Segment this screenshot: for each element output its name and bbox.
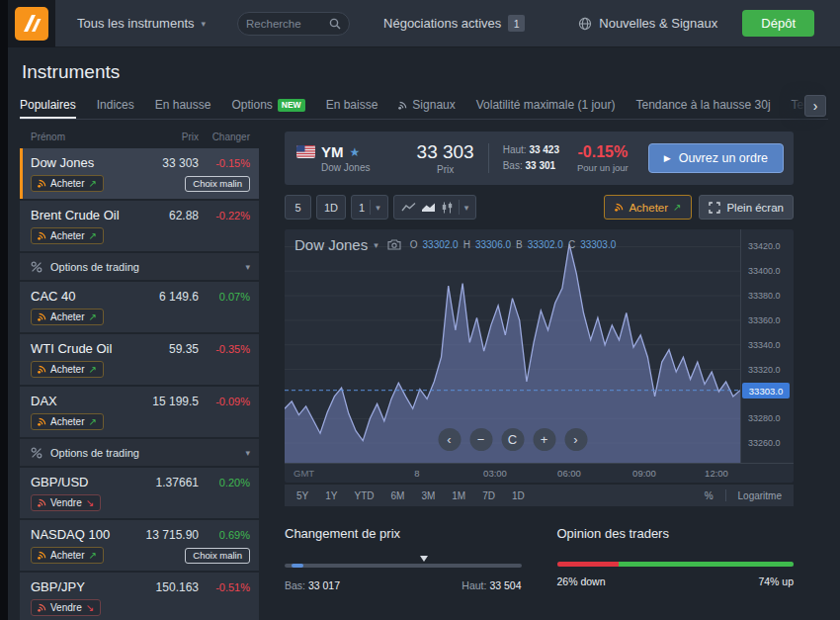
news-signals-menu[interactable]: Nouvelles & Signaux: [578, 16, 717, 31]
signal-icon: [38, 365, 46, 374]
time-axis[interactable]: GMT803:0006:0009:0012:00: [285, 463, 794, 483]
range-1d[interactable]: 1D: [512, 490, 525, 501]
sentiment-down-bar: [557, 562, 619, 567]
tab-signaux[interactable]: Signaux: [398, 93, 455, 119]
fullscreen-button[interactable]: Plein écran: [699, 195, 794, 220]
range-1m[interactable]: 1M: [452, 490, 465, 501]
favorite-star-icon[interactable]: ★: [350, 145, 361, 159]
ohlc-values: O33302.0H33306.0B33302.0C33303.0: [410, 239, 617, 250]
daily-change-label: Pour un jour: [577, 162, 629, 173]
range-1y[interactable]: 1Y: [325, 490, 337, 501]
tab-volatilit-maximale-1-jour[interactable]: Volatilité maximale (1 jour): [476, 93, 616, 119]
tab-tendance-la-hausse-30j[interactable]: Tendance à la hausse 30j: [635, 93, 770, 119]
play-icon: ▶: [664, 153, 671, 163]
price-axis-label: 33420.0: [748, 241, 781, 251]
timeframe-button[interactable]: 1D: [316, 195, 346, 220]
zoom-out-button[interactable]: −: [469, 428, 492, 451]
area-chart-icon[interactable]: [421, 202, 436, 213]
watchlist-row-gbp-usd[interactable]: GBP/USD1.376610.20%Vendre↘: [20, 468, 259, 518]
instrument-change: -0.09%: [199, 396, 250, 407]
chart-plot[interactable]: ‹−C+›: [285, 229, 740, 463]
low-value: 33 301: [526, 160, 556, 171]
tabs-overflow-button[interactable]: ›: [804, 95, 826, 117]
watchlist-row-dow-jones[interactable]: Dow Jones33 303-0.15%Acheter↗Choix malin: [20, 148, 259, 199]
trading-options-row[interactable]: Options de trading▾: [20, 253, 259, 280]
instrument-name: CAC 40: [31, 289, 133, 304]
chevron-down-icon: ▾: [245, 448, 250, 458]
watchlist-row-wti-crude-oil[interactable]: WTI Crude Oil59.35-0.35%Acheter↗: [20, 334, 259, 385]
watchlist-row-brent-crude-oil[interactable]: Brent Crude Oil62.88-0.22%Acheter↗: [20, 201, 259, 251]
logo-icon: [15, 7, 48, 41]
buy-button[interactable]: Acheter↗: [31, 413, 104, 430]
app-logo[interactable]: [8, 0, 55, 47]
sell-button[interactable]: Vendre↘: [31, 599, 101, 616]
buy-button[interactable]: Acheter↗: [31, 175, 104, 192]
tab-en-hausse[interactable]: En hausse: [155, 93, 211, 119]
watchlist-row-dax[interactable]: DAX15 199.5-0.09%Acheter↗: [20, 387, 259, 437]
scale-percent-button[interactable]: %: [705, 490, 714, 501]
trading-app: Tous les instruments ▾ Négociations acti…: [0, 0, 840, 620]
watchlist-rows: Dow Jones33 303-0.15%Acheter↗Choix malin…: [20, 148, 259, 620]
arrow-up-right-icon: ↗: [88, 230, 96, 241]
zoom-in-button[interactable]: +: [533, 428, 555, 451]
tab-indices[interactable]: Indices: [97, 93, 134, 119]
tab-en-baisse[interactable]: En baisse: [326, 93, 378, 119]
smart-pick-badge: Choix malin: [185, 548, 250, 564]
range-7d[interactable]: 7D: [482, 490, 495, 501]
watchlist-row-cac-40[interactable]: CAC 406 149.60.07%Acheter↗: [20, 282, 259, 332]
trading-options-row[interactable]: Options de trading▾: [20, 439, 259, 466]
range-5y[interactable]: 5Y: [296, 490, 308, 501]
instruments-menu-label: Tous les instruments: [77, 16, 195, 31]
reset-view-button[interactable]: C: [501, 428, 524, 451]
open-order-button[interactable]: ▶ Ouvrez un ordre: [648, 143, 784, 173]
watchlist-row-gbp-jpy[interactable]: GBP/JPY150.163-0.51%Vendre↘: [20, 573, 259, 620]
buy-button[interactable]: Acheter↗: [31, 547, 104, 564]
price-axis[interactable]: 33303.0 33420.033400.033380.033360.03334…: [740, 229, 794, 463]
range-6m[interactable]: 6M: [390, 490, 404, 501]
price-chart[interactable]: Dow Jones▾ O33302.0H33306.0B33302.0C3330…: [285, 229, 794, 483]
chart-instrument-menu[interactable]: Dow Jones▾: [294, 236, 378, 253]
candle-interval-select[interactable]: 1▾: [351, 195, 388, 220]
search-box[interactable]: [237, 12, 350, 36]
camera-snapshot-icon[interactable]: [387, 239, 401, 250]
range-low-label: Bas:: [285, 579, 305, 591]
topbar: Tous les instruments ▾ Négociations acti…: [0, 0, 840, 47]
active-trades-menu[interactable]: Négociations actives 1: [383, 15, 525, 32]
signal-icon: [38, 312, 46, 321]
candlestick-chart-icon[interactable]: [441, 202, 454, 214]
chevron-down-icon: ▾: [374, 240, 378, 250]
watchlist-row-nasdaq-100[interactable]: NASDAQ 10013 715.900.69%Acheter↗Choix ma…: [20, 520, 259, 571]
instrument-price: 150.163: [133, 580, 199, 594]
expand-icon: [709, 202, 720, 214]
quick-buy-button[interactable]: Acheter ↗: [604, 195, 692, 220]
instruments-menu[interactable]: Tous les instruments ▾: [77, 16, 206, 31]
range-ytd[interactable]: YTD: [354, 490, 374, 501]
buy-button[interactable]: Acheter↗: [31, 227, 104, 244]
periods-count-button[interactable]: 5: [285, 195, 311, 220]
options-icon: [31, 447, 42, 459]
high-label: Haut:: [503, 144, 527, 155]
buy-button[interactable]: Acheter↗: [31, 361, 104, 378]
page-title: Instruments: [22, 61, 828, 83]
instrument-change: 0.20%: [199, 477, 250, 488]
scale-log-button[interactable]: Logaritme: [738, 490, 782, 501]
instrument-change: -0.51%: [199, 581, 250, 593]
pan-left-button[interactable]: ‹: [438, 428, 461, 451]
range-3m[interactable]: 3M: [421, 490, 435, 501]
deposit-button[interactable]: Dépôt: [742, 10, 814, 37]
price-marker[interactable]: [420, 556, 428, 562]
chart-type-select[interactable]: ▾: [393, 195, 477, 220]
sell-button[interactable]: Vendre↘: [31, 494, 101, 511]
price-axis-label: 33400.0: [748, 266, 781, 276]
search-input[interactable]: [246, 18, 325, 30]
price-range-slider[interactable]: [285, 559, 522, 571]
tab-populaires[interactable]: Populaires: [20, 93, 76, 119]
sentiment-up-value: 74% up: [758, 576, 794, 587]
instrument-price: 15 199.5: [133, 395, 199, 408]
buy-button[interactable]: Acheter↗: [31, 309, 104, 325]
chart-toolbar: 5 1D 1▾ ▾: [285, 195, 794, 220]
tab-options[interactable]: OptionsNEW: [231, 93, 304, 119]
line-chart-icon[interactable]: [401, 202, 416, 213]
traders-opinion-title: Opinion des traders: [557, 526, 795, 541]
pan-right-button[interactable]: ›: [564, 428, 587, 451]
